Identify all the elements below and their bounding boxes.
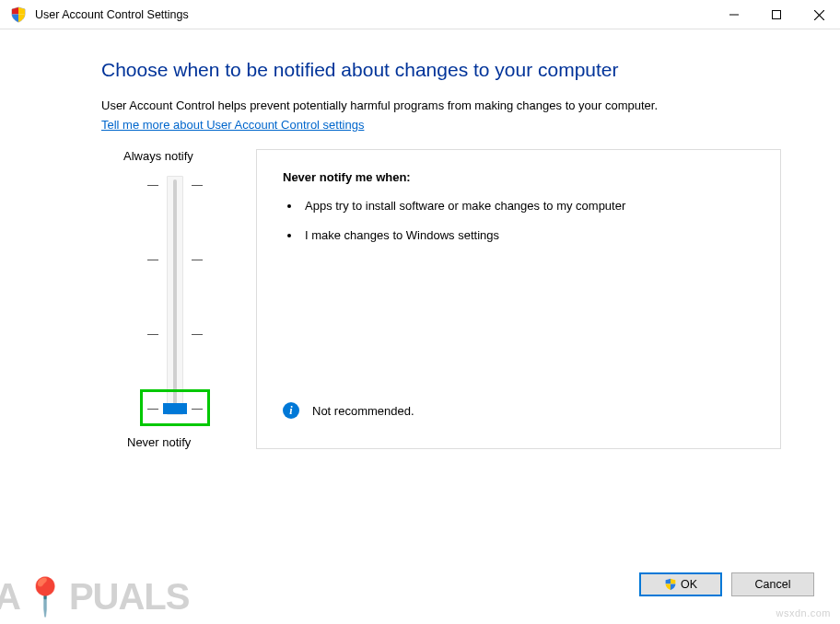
slider-thumb[interactable] bbox=[163, 403, 187, 414]
info-bullet: I make changes to Windows settings bbox=[301, 226, 754, 245]
titlebar: User Account Control Settings bbox=[0, 0, 840, 29]
maximize-button[interactable] bbox=[755, 0, 798, 29]
window-controls bbox=[713, 0, 840, 29]
main-content: Choose when to be notified about changes… bbox=[0, 29, 840, 449]
slider-tick bbox=[120, 334, 230, 335]
slider-tick bbox=[120, 185, 230, 186]
window-title: User Account Control Settings bbox=[35, 8, 713, 21]
slider-label-top: Always notify bbox=[123, 149, 193, 163]
ok-button-label: OK bbox=[681, 578, 697, 591]
cancel-button-label: Cancel bbox=[755, 578, 791, 591]
recommendation-text: Not recommended. bbox=[312, 404, 414, 418]
info-bullets: Apps try to install software or make cha… bbox=[301, 197, 754, 255]
info-bullet: Apps try to install software or make cha… bbox=[301, 197, 754, 215]
cancel-button[interactable]: Cancel bbox=[731, 572, 814, 596]
svg-rect-1 bbox=[773, 11, 781, 19]
recommendation-row: Not recommended. bbox=[283, 402, 754, 428]
dialog-buttons: OK Cancel bbox=[639, 572, 814, 596]
uac-shield-icon bbox=[9, 6, 28, 24]
info-icon bbox=[283, 402, 299, 419]
slider-label-bottom: Never notify bbox=[127, 435, 191, 449]
close-button[interactable] bbox=[798, 0, 840, 29]
notification-slider-column: Always notify Never notify bbox=[101, 149, 249, 449]
notification-slider[interactable] bbox=[120, 170, 230, 428]
watermark-brand: A📍PUALS bbox=[0, 575, 189, 618]
watermark-site: wsxdn.com bbox=[776, 607, 831, 618]
info-title: Never notify me when: bbox=[283, 170, 754, 184]
learn-more-link[interactable]: Tell me more about User Account Control … bbox=[101, 118, 364, 132]
page-heading: Choose when to be notified about changes… bbox=[101, 59, 781, 81]
notification-info-box: Never notify me when: Apps try to instal… bbox=[256, 149, 781, 449]
minimize-button[interactable] bbox=[713, 0, 755, 29]
page-description: User Account Control helps prevent poten… bbox=[101, 98, 781, 114]
ok-button[interactable]: OK bbox=[639, 572, 722, 596]
shield-icon bbox=[664, 578, 677, 591]
slider-tick bbox=[120, 260, 230, 260]
